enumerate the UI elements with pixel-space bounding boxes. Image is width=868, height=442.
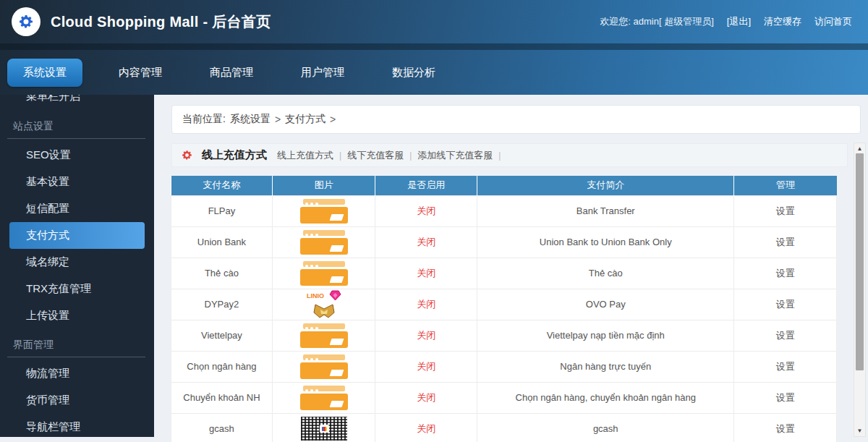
status-closed[interactable]: 关闭 (375, 226, 477, 258)
payment-name: Chuyển khoản NH (171, 382, 273, 413)
section-title: 线上充值方式 (202, 148, 267, 162)
page-title: Cloud Shopping Mall - 后台首页 (51, 12, 271, 32)
logout-link[interactable]: [退出] (727, 15, 751, 28)
tab-user-management[interactable]: 用户管理 (289, 59, 356, 87)
sidebar-item-domain-binding[interactable]: 域名绑定 (0, 249, 154, 276)
status-closed[interactable]: 关闭 (375, 382, 477, 413)
scrollbar-thumb[interactable] (856, 153, 864, 370)
status-closed[interactable]: 关闭 (375, 195, 477, 226)
toolbar-link-add-offline-service[interactable]: 添加线下充值客服 (417, 149, 493, 162)
sidebar-item-navbar-management[interactable]: 导航栏管理 (0, 414, 154, 437)
payment-name: FLPay (171, 195, 273, 226)
bank-card-image (300, 199, 348, 224)
table-row: FLPay LINIO 关闭 Bank Transfer 设置 (171, 195, 837, 226)
status-closed[interactable]: 关闭 (375, 258, 477, 289)
sidebar-item-trx-recharge[interactable]: TRX充值管理 (0, 276, 154, 302)
bank-card-image (300, 354, 348, 379)
sidebar-item-upload-settings[interactable]: 上传设置 (0, 302, 154, 329)
payment-image-cell: LINIO (272, 320, 375, 351)
admin-page: Cloud Shopping Mall - 后台首页 欢迎您: admin[ 超… (0, 0, 868, 442)
payment-description: Union Bank to Union Bank Only (477, 226, 734, 258)
toolbar-separator: | (498, 150, 501, 161)
status-closed[interactable]: 关闭 (375, 289, 477, 320)
linio-logo-image: LINIO (306, 290, 342, 319)
gear-icon (17, 13, 35, 30)
scroll-up-arrow-icon[interactable]: ▲ (854, 143, 865, 154)
welcome-text: 欢迎您: admin[ 超级管理员] (600, 15, 713, 28)
breadcrumb-link-payment-methods[interactable]: 支付方式 (285, 113, 326, 126)
sidebar-item-sms-config[interactable]: 短信配置 (0, 195, 154, 222)
toolbar-link-online-recharge[interactable]: 线上充值方式 (277, 149, 333, 162)
payment-image-cell: LINIO (272, 195, 375, 226)
payment-image-cell: LINIO (272, 289, 375, 320)
col-header-enabled: 是否启用 (375, 176, 477, 195)
payment-description: Ngân hàng trực tuyến (477, 351, 734, 382)
payment-image-cell: LINIO (272, 382, 375, 413)
sidebar-item-basic-settings[interactable]: 基本设置 (0, 169, 154, 195)
scroll-down-arrow-icon[interactable]: ▼ (854, 425, 865, 436)
breadcrumb-separator: > (330, 114, 336, 125)
payment-table-body: FLPay LINIO 关闭 Bank Transfer 设置 Union B (171, 195, 837, 442)
toolbar-separator: | (409, 150, 412, 161)
settings-link[interactable]: 设置 (734, 351, 837, 382)
col-header-manage: 管理 (734, 176, 837, 195)
table-header-row: 支付名称 图片 是否启用 支付简介 管理 (171, 176, 837, 195)
main-nav: 系统设置 内容管理 商品管理 用户管理 数据分析 (0, 50, 868, 95)
vertical-scrollbar[interactable]: ▲ ▼ (854, 143, 866, 437)
header-divider (0, 43, 868, 50)
payment-description: Bank Transfer (477, 195, 734, 226)
settings-link[interactable]: 设置 (734, 226, 837, 258)
divider (7, 138, 145, 139)
top-header: Cloud Shopping Mall - 后台首页 欢迎您: admin[ 超… (0, 0, 868, 95)
payment-name: DYPay2 (171, 289, 273, 320)
bank-card-image (300, 386, 348, 410)
payment-methods-table: 支付名称 图片 是否启用 支付简介 管理 FLPay LINIO (171, 176, 837, 442)
settings-link[interactable]: 设置 (734, 320, 837, 351)
breadcrumb-label: 当前位置: (182, 113, 226, 126)
status-closed[interactable]: 关闭 (375, 320, 477, 351)
tab-product-management[interactable]: 商品管理 (198, 59, 265, 87)
table-row: Union Bank LINIO 关闭 Union Bank to Union … (171, 226, 837, 258)
settings-link[interactable]: 设置 (734, 413, 837, 442)
payment-name: gcash (171, 413, 273, 442)
breadcrumb-link-system-settings[interactable]: 系统设置 (230, 113, 271, 126)
bank-card-image (300, 261, 348, 286)
payment-name: Chọn ngân hàng (171, 351, 273, 382)
payment-description: Thẻ cào (477, 258, 734, 289)
table-row: Thẻ cào LINIO 关闭 Thẻ cào 设置 (171, 258, 837, 289)
bank-card-image (300, 230, 348, 255)
toolbar-link-offline-service[interactable]: 线下充值客服 (347, 149, 404, 162)
status-closed[interactable]: 关闭 (375, 351, 477, 382)
col-header-image: 图片 (272, 176, 375, 195)
table-row: Chuyển khoản NH LINIO 关闭 Chọn ngân hàng,… (171, 382, 837, 413)
sidebar-item-menu-toggle[interactable]: 菜单栏开启 (0, 95, 154, 111)
payment-description: gcash (477, 413, 734, 442)
sidebar-item-payment-methods[interactable]: 支付方式 (9, 222, 145, 249)
breadcrumb: 当前位置: 系统设置 > 支付方式 > (171, 105, 861, 134)
tab-system-settings[interactable]: 系统设置 (7, 59, 82, 87)
sidebar-item-currency[interactable]: 货币管理 (0, 387, 154, 414)
divider (7, 357, 145, 357)
payment-name: Union Bank (171, 226, 273, 258)
visit-site-link[interactable]: 访问首页 (814, 15, 852, 28)
payment-image-cell: LINIO (272, 351, 375, 382)
table-row: Chọn ngân hàng LINIO 关闭 Ngân hàng trực t… (171, 351, 837, 382)
col-header-payment-name: 支付名称 (171, 176, 273, 195)
settings-link[interactable]: 设置 (734, 258, 837, 289)
sidebar-item-logistics[interactable]: 物流管理 (0, 360, 154, 387)
svg-text:LINIO: LINIO (307, 292, 324, 299)
sidebar-group-interface: 界面管理 (0, 329, 154, 357)
bank-card-image (300, 323, 348, 348)
payment-name: Thẻ cào (171, 258, 273, 289)
clear-cache-link[interactable]: 清空缓存 (764, 15, 801, 28)
settings-link[interactable]: 设置 (734, 382, 837, 413)
settings-link[interactable]: 设置 (734, 289, 837, 320)
header-bar: Cloud Shopping Mall - 后台首页 欢迎您: admin[ 超… (0, 0, 868, 43)
sidebar-item-seo[interactable]: SEO设置 (0, 142, 154, 169)
tab-data-analysis[interactable]: 数据分析 (380, 59, 447, 87)
gear-icon (181, 149, 193, 161)
tab-content-management[interactable]: 内容管理 (107, 59, 174, 87)
status-closed[interactable]: 关闭 (375, 413, 477, 442)
toolbar-separator: | (339, 150, 341, 161)
settings-link[interactable]: 设置 (734, 195, 837, 226)
